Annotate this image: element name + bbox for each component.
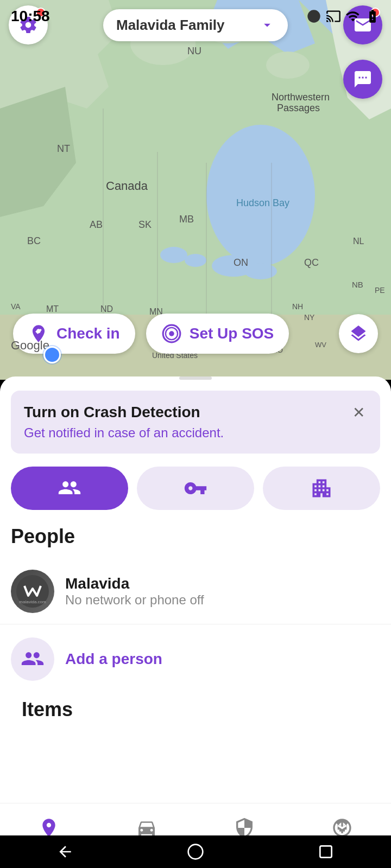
crash-banner-subtitle: Get notified in case of an accident. — [24, 425, 367, 441]
check-in-label: Check in — [56, 325, 120, 342]
svg-point-48 — [188, 845, 203, 859]
people-section-title: People — [0, 525, 391, 548]
person-status: No network or phone off — [65, 592, 380, 608]
battery-icon — [365, 9, 380, 24]
add-person-row[interactable]: Add a person — [0, 624, 391, 694]
status-time: 10:58 — [11, 8, 50, 25]
person-avatar-logo: malavida.com — [16, 575, 49, 608]
crash-banner-title: Turn on Crash Detection — [24, 404, 367, 421]
location-indicator — [43, 346, 61, 363]
home-button[interactable] — [182, 838, 209, 865]
tab-keys[interactable] — [137, 467, 254, 510]
map-view[interactable]: Northwestern Passages Canada Hudson Bay … — [0, 0, 391, 380]
svg-text:malavida.com: malavida.com — [19, 599, 46, 604]
layers-icon — [349, 324, 368, 343]
svg-point-42 — [307, 10, 320, 22]
map-right-buttons — [343, 60, 382, 99]
avatar-inner: malavida.com — [11, 570, 54, 613]
sos-label: Set Up SOS — [190, 325, 274, 342]
svg-rect-49 — [320, 846, 331, 857]
back-icon — [56, 843, 74, 860]
recents-icon — [317, 843, 335, 860]
crash-detection-banner: Turn on Crash Detection Get notified in … — [11, 391, 380, 454]
wifi-icon — [345, 9, 361, 24]
bottom-sheet: Turn on Crash Detection Get notified in … — [0, 376, 391, 868]
cast-icon — [326, 9, 341, 24]
tab-people[interactable] — [11, 467, 128, 510]
layers-button[interactable] — [339, 314, 378, 353]
keys-icon — [184, 476, 207, 500]
sos-icon — [161, 323, 182, 344]
items-section-title: Items — [11, 698, 380, 721]
person-avatar: malavida.com — [11, 570, 54, 613]
chat-icon — [353, 69, 373, 89]
crash-close-button[interactable]: ✕ — [348, 401, 369, 423]
add-person-label[interactable]: Add a person — [65, 650, 162, 668]
sheet-handle — [179, 376, 212, 380]
people-icon — [58, 476, 81, 500]
google-watermark: Google — [11, 339, 49, 353]
items-section: Items — [0, 698, 391, 721]
android-nav-bar — [0, 835, 391, 868]
back-button[interactable] — [52, 838, 79, 865]
person-name: Malavida — [65, 575, 380, 592]
add-person-icon — [21, 647, 45, 671]
add-person-avatar — [11, 637, 54, 681]
recents-button[interactable] — [312, 838, 339, 865]
tab-building[interactable] — [263, 467, 380, 510]
building-icon — [310, 476, 333, 500]
status-icons — [306, 9, 380, 24]
sos-button[interactable]: Set Up SOS — [146, 314, 289, 354]
person-item: malavida.com Malavida No network or phon… — [0, 559, 391, 624]
person-info: Malavida No network or phone off — [65, 575, 380, 608]
tab-buttons — [0, 467, 391, 510]
chat-button[interactable] — [343, 60, 382, 99]
home-icon — [187, 843, 204, 860]
status-bar: 10:58 — [0, 0, 391, 33]
svg-point-45 — [169, 331, 174, 336]
map-action-buttons: Check in Set Up SOS — [0, 314, 391, 354]
map-overlay: Malavida Family — [0, 0, 391, 380]
app-icon — [306, 9, 321, 24]
